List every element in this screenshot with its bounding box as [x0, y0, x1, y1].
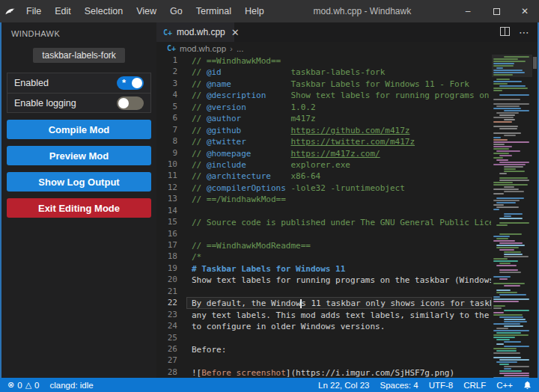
code-area[interactable]: 1// ==WindhawkMod==2// @id taskbar-label… — [156, 55, 492, 378]
code-line-26[interactable]: 26Before: — [156, 343, 492, 355]
close-tab-icon[interactable]: ✕ — [231, 27, 240, 38]
preview-mod-button[interactable]: Preview Mod — [7, 146, 151, 165]
clangd-status[interactable]: clangd: idle — [50, 381, 94, 390]
code-line-10[interactable]: 10// @include explorer.exe — [156, 159, 492, 170]
breadcrumb-file: mod.wh.cpp — [180, 44, 226, 53]
error-count: 0 — [17, 381, 22, 390]
menu-item-go[interactable]: Go — [163, 0, 189, 22]
menubar: FileEditSelectionViewGoTerminalHelp — [19, 0, 271, 22]
line-number: 6 — [156, 112, 182, 123]
window-title: mod.wh.cpp - Windhawk — [271, 6, 454, 16]
line-number: 25 — [156, 332, 182, 343]
line-number: 5 — [156, 101, 182, 112]
app-body: WINDHAWK taskbar-labels-fork Enabled*Ena… — [0, 22, 539, 378]
split-editor-icon[interactable] — [500, 25, 510, 39]
enable-logging-toggle[interactable] — [117, 97, 144, 110]
code-line-17[interactable]: 17// ==WindhawkModReadme== — [156, 239, 492, 251]
line-number: 9 — [156, 147, 182, 159]
sidebar-title: WINDHAWK — [11, 29, 156, 38]
line-number: 23 — [156, 309, 182, 320]
breadcrumb[interactable]: C+ mod.wh.cpp › ... — [156, 42, 538, 55]
code-line-27[interactable]: 27 — [156, 355, 492, 366]
code-line-24[interactable]: 24to configure in older Windows versions… — [156, 320, 492, 331]
notifications-bell-icon[interactable] — [523, 381, 532, 390]
line-text: // @homepage https://m417z.com/ — [186, 147, 492, 159]
line-number: 4 — [156, 89, 182, 100]
vertical-scrollbar[interactable] — [532, 55, 538, 378]
code-line-21[interactable]: 21 — [156, 286, 492, 297]
code-line-4[interactable]: 4// @description Show text labels for ru… — [156, 89, 492, 100]
line-text: // @version 1.0.2 — [186, 101, 492, 112]
code-line-8[interactable]: 8// @twitter https://twitter.com/m417z — [156, 135, 492, 147]
code-line-19[interactable]: 19# Taskbar Labels for Windows 11 — [156, 263, 492, 274]
menu-item-selection[interactable]: Selection — [78, 0, 130, 22]
line-number: 11 — [156, 170, 182, 181]
close-button[interactable]: ✕ — [511, 0, 539, 22]
line-text: // ==WindhawkMod== — [186, 55, 492, 66]
line-number: 15 — [156, 216, 182, 227]
line-text — [186, 205, 492, 216]
code-line-22[interactable]: 22By default, the Windows 11 taskbar onl… — [156, 297, 492, 308]
code-line-16[interactable]: 16 — [156, 228, 492, 239]
code-line-13[interactable]: 13// ==/WindhawkMod== — [156, 193, 492, 204]
code-line-28[interactable]: 28![Before screenshot](https://i.imgur.c… — [156, 367, 492, 378]
code-line-1[interactable]: 1// ==WindhawkMod== — [156, 55, 492, 66]
error-icon: ⊗ — [7, 380, 14, 390]
code-line-12[interactable]: 12// @compilerOptions -lole32 -lruntimeo… — [156, 182, 492, 193]
code-line-3[interactable]: 3// @name Taskbar Labels for Windows 11 … — [156, 78, 492, 89]
warning-count: 0 — [34, 381, 39, 390]
more-actions-icon[interactable]: ⋯ — [519, 26, 530, 38]
toggle-row-enabled: Enabled* — [7, 73, 150, 93]
code-line-25[interactable]: 25 — [156, 332, 492, 343]
code-line-14[interactable]: 14 — [156, 205, 492, 216]
menu-item-file[interactable]: File — [19, 0, 48, 22]
code-line-5[interactable]: 5// @version 1.0.2 — [156, 101, 492, 112]
line-number: 28 — [156, 367, 182, 378]
eol-sequence[interactable]: CRLF — [463, 381, 486, 390]
toggle-knob — [132, 78, 142, 88]
line-text: // @name Taskbar Labels for Windows 11 -… — [186, 78, 492, 89]
menu-item-terminal[interactable]: Terminal — [189, 0, 238, 22]
line-text — [186, 286, 492, 297]
maximize-button[interactable] — [482, 0, 511, 22]
code-line-18[interactable]: 18/* — [156, 251, 492, 262]
line-text: // @author m417z — [186, 112, 492, 123]
code-line-11[interactable]: 11// @architecture x86-64 — [156, 170, 492, 181]
exit-editing-mode-button[interactable]: Exit Editing Mode — [7, 198, 151, 218]
code-line-23[interactable]: 23any text labels. This mod adds text la… — [156, 309, 492, 320]
line-text: // Source code is published under The GN… — [186, 216, 492, 227]
maximize-icon — [493, 8, 500, 15]
indentation[interactable]: Spaces: 4 — [380, 381, 418, 390]
code-line-6[interactable]: 6// @author m417z — [156, 112, 492, 123]
tab-label: mod.wh.cpp — [177, 27, 225, 37]
enabled-toggle[interactable]: * — [117, 76, 144, 90]
code-line-15[interactable]: 15// Source code is published under The … — [156, 216, 492, 227]
code-line-2[interactable]: 2// @id taskbar-labels-fork — [156, 66, 492, 77]
line-text — [186, 228, 492, 239]
editor: C+ mod.wh.cpp ✕ ⋯ C+ mod.wh.cpp › ... 1/… — [156, 22, 538, 378]
tab-mod-wh-cpp[interactable]: C+ mod.wh.cpp ✕ — [156, 22, 234, 42]
language-mode[interactable]: C++ — [496, 381, 513, 390]
code-line-7[interactable]: 7// @github https://github.com/m417z — [156, 124, 492, 135]
line-number: 1 — [156, 55, 182, 66]
compile-mod-button[interactable]: Compile Mod — [7, 120, 151, 139]
show-log-output-button[interactable]: Show Log Output — [7, 172, 151, 192]
menu-item-help[interactable]: Help — [238, 0, 271, 22]
minimize-button[interactable]: – — [454, 0, 482, 22]
line-text: any text labels. This mod adds text labe… — [186, 309, 492, 320]
minimap[interactable] — [492, 55, 532, 378]
line-number: 3 — [156, 78, 182, 89]
menu-item-view[interactable]: View — [130, 0, 163, 22]
line-text — [186, 355, 492, 366]
code-line-20[interactable]: 20Show text labels for running programs … — [156, 274, 492, 285]
menu-item-edit[interactable]: Edit — [48, 0, 78, 22]
line-number: 12 — [156, 182, 182, 193]
line-number: 18 — [156, 251, 182, 262]
problems-indicator[interactable]: ⊗ 0 △ 0 — [7, 380, 40, 390]
scrollbar-handle[interactable] — [533, 57, 537, 69]
line-text: By default, the Windows 11 taskbar only … — [186, 297, 492, 308]
cursor-position[interactable]: Ln 22, Col 23 — [318, 381, 369, 390]
encoding[interactable]: UTF-8 — [429, 381, 454, 390]
line-text: Before: — [186, 343, 492, 355]
code-line-9[interactable]: 9// @homepage https://m417z.com/ — [156, 147, 492, 159]
